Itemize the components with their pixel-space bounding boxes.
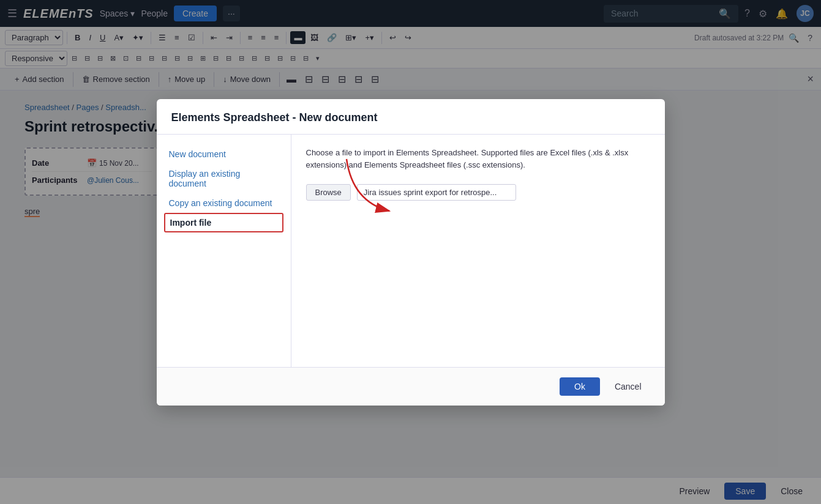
browse-button[interactable]: Browse — [306, 184, 351, 201]
modal-body: New document Display an existing documen… — [157, 135, 665, 367]
modal-overlay: Elements Spreadsheet - New document New … — [0, 0, 821, 477]
file-name-display: Jira issues sprint export for retrospe..… — [357, 184, 516, 201]
file-input-row: Browse Jira issues sprint export for ret… — [306, 184, 650, 201]
sidebar-item-copy-existing[interactable]: Copy an existing document — [157, 193, 291, 213]
modal-sidebar: New document Display an existing documen… — [157, 135, 291, 367]
modal-header: Elements Spreadsheet - New document — [157, 99, 665, 135]
modal-title: Elements Spreadsheet - New document — [171, 111, 650, 124]
sidebar-item-import-file[interactable]: Import file — [164, 213, 283, 232]
cancel-button[interactable]: Cancel — [606, 377, 650, 396]
sidebar-item-display-existing[interactable]: Display an existing document — [157, 164, 291, 193]
modal-description: Choose a file to import in Elements Spre… — [306, 147, 650, 172]
modal-dialog: Elements Spreadsheet - New document New … — [157, 99, 665, 406]
modal-footer: Ok Cancel — [157, 367, 665, 406]
ok-button[interactable]: Ok — [560, 377, 600, 396]
modal-main: Choose a file to import in Elements Spre… — [291, 135, 665, 367]
sidebar-item-new-document[interactable]: New document — [157, 144, 291, 164]
